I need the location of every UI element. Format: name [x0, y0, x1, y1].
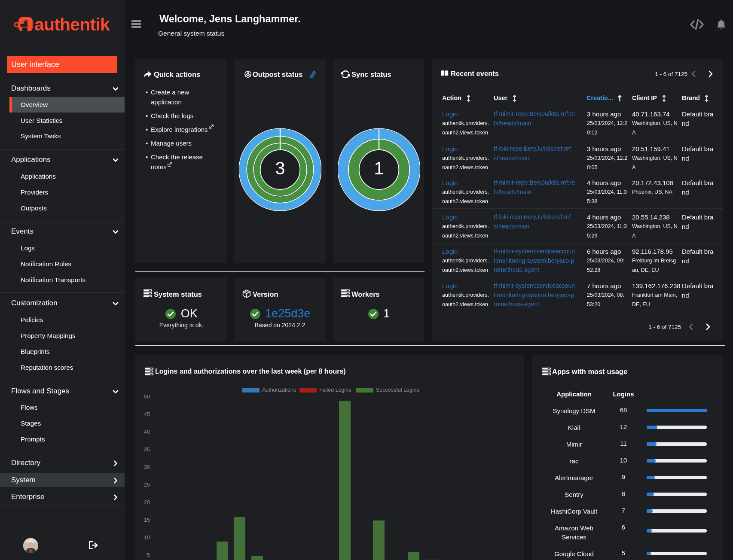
svg-text:authentik: authentik — [34, 15, 110, 34]
